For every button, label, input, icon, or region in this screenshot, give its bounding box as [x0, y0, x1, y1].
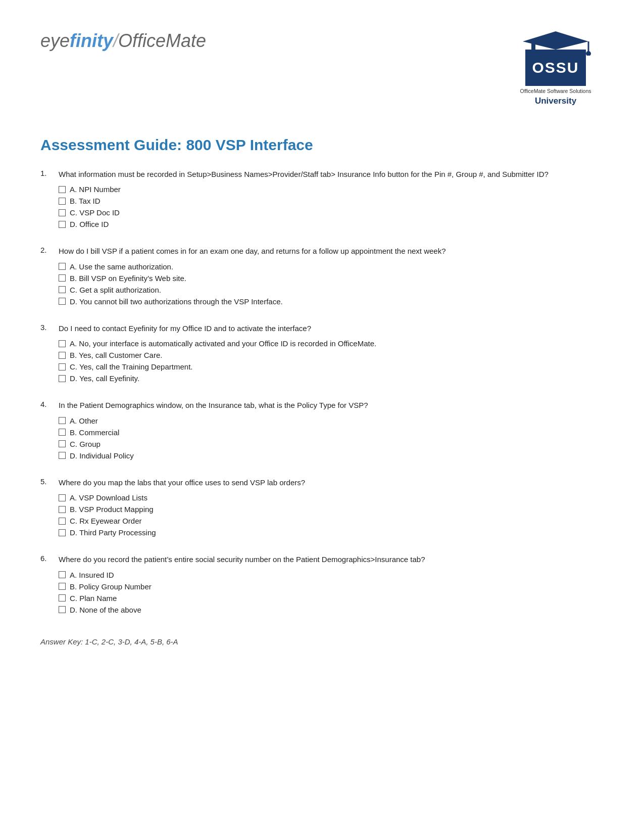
checkbox-icon[interactable]: [59, 452, 66, 459]
question-item: 3.Do I need to contact Eyefinity for my …: [40, 323, 604, 386]
checkbox-icon[interactable]: [59, 594, 66, 601]
checkbox-icon[interactable]: [59, 494, 66, 501]
ossu-letters: OSSU: [532, 59, 579, 76]
question-text: How do I bill VSP if a patient comes in …: [59, 246, 604, 257]
option-label: A. VSP Download Lists: [70, 493, 147, 502]
checkbox-icon[interactable]: [59, 606, 66, 613]
question-number: 6.: [40, 554, 55, 617]
checkbox-icon[interactable]: [59, 363, 66, 370]
question-text: Where do you map the labs that your offi…: [59, 477, 604, 489]
ossu-logo: OSSU OfficeMate Software Solutions Unive…: [508, 30, 604, 106]
option-label: B. VSP Product Mapping: [70, 505, 154, 514]
question-text: What information must be recorded in Set…: [59, 169, 604, 180]
answer-option: A. Insured ID: [59, 571, 604, 579]
answer-option: D. Individual Policy: [59, 451, 604, 460]
answer-option: C. Rx Eyewear Order: [59, 517, 604, 525]
checkbox-icon[interactable]: [59, 518, 66, 525]
answer-option: B. VSP Product Mapping: [59, 505, 604, 514]
checkbox-icon[interactable]: [59, 417, 66, 424]
checkbox-icon[interactable]: [59, 186, 66, 193]
question-content: Do I need to contact Eyefinity for my Of…: [59, 323, 604, 386]
ossu-box: OSSU: [525, 50, 586, 86]
answer-options: A. No, your interface is automatically a…: [59, 339, 604, 383]
answer-option: A. Use the same authorization.: [59, 262, 604, 271]
checkbox-icon[interactable]: [59, 221, 66, 228]
question-item: 1.What information must be recorded in S…: [40, 169, 604, 232]
option-label: A. No, your interface is automatically a…: [70, 339, 376, 348]
option-label: C. Group: [70, 440, 101, 448]
header: eyefinity/OfficeMate OSSU: [40, 30, 604, 106]
answer-option: C. Plan Name: [59, 594, 604, 603]
option-label: B. Tax ID: [70, 197, 101, 205]
answer-option: D. You cannot bill two authorizations th…: [59, 297, 604, 306]
option-label: B. Commercial: [70, 428, 119, 437]
question-item: 4.In the Patient Demographics window, on…: [40, 400, 604, 463]
option-label: C. VSP Doc ID: [70, 208, 120, 217]
option-label: C. Plan Name: [70, 594, 117, 603]
option-label: C. Yes, call the Training Department.: [70, 362, 192, 371]
answer-option: D. Office ID: [59, 220, 604, 228]
question-number: 1.: [40, 169, 55, 232]
answer-option: C. Get a split authorization.: [59, 286, 604, 294]
checkbox-icon[interactable]: [59, 429, 66, 436]
answer-option: B. Commercial: [59, 428, 604, 437]
question-content: What information must be recorded in Set…: [59, 169, 604, 232]
option-label: B. Bill VSP on Eyefinity’s Web site.: [70, 274, 186, 283]
answer-options: A. NPI NumberB. Tax IDC. VSP Doc IDD. Of…: [59, 185, 604, 228]
option-label: A. Insured ID: [70, 571, 114, 579]
ossu-subtitle: OfficeMate Software Solutions: [520, 87, 591, 96]
checkbox-icon[interactable]: [59, 286, 66, 293]
question-text: Do I need to contact Eyefinity for my Of…: [59, 323, 604, 335]
checkbox-icon[interactable]: [59, 529, 66, 536]
answer-option: C. Group: [59, 440, 604, 448]
svg-point-3: [586, 51, 591, 56]
option-label: A. NPI Number: [70, 185, 121, 194]
option-label: C. Rx Eyewear Order: [70, 517, 142, 525]
checkbox-icon[interactable]: [59, 583, 66, 590]
question-content: Where do you map the labs that your offi…: [59, 477, 604, 540]
page-title: Assessment Guide: 800 VSP Interface: [40, 136, 604, 154]
answer-option: B. Tax ID: [59, 197, 604, 205]
question-text: Where do you record the patient’s entire…: [59, 554, 604, 566]
question-number: 5.: [40, 477, 55, 540]
option-label: A. Other: [70, 416, 98, 425]
question-number: 4.: [40, 400, 55, 463]
checkbox-icon[interactable]: [59, 440, 66, 447]
checkbox-icon[interactable]: [59, 352, 66, 359]
checkbox-icon[interactable]: [59, 274, 66, 282]
answer-option: A. VSP Download Lists: [59, 493, 604, 502]
answer-option: C. Yes, call the Training Department.: [59, 362, 604, 371]
question-number: 3.: [40, 323, 55, 386]
question-list: 1.What information must be recorded in S…: [40, 169, 604, 617]
answer-options: A. Insured IDB. Policy Group NumberC. Pl…: [59, 571, 604, 614]
answer-option: D. Yes, call Eyefinity.: [59, 374, 604, 383]
question-item: 5.Where do you map the labs that your of…: [40, 477, 604, 540]
checkbox-icon[interactable]: [59, 506, 66, 513]
question-item: 2.How do I bill VSP if a patient comes i…: [40, 246, 604, 309]
checkbox-icon[interactable]: [59, 263, 66, 270]
question-content: Where do you record the patient’s entire…: [59, 554, 604, 617]
option-label: A. Use the same authorization.: [70, 262, 173, 271]
question-content: How do I bill VSP if a patient comes in …: [59, 246, 604, 309]
answer-option: D. Third Party Processing: [59, 528, 604, 537]
checkbox-icon[interactable]: [59, 340, 66, 347]
option-label: D. None of the above: [70, 606, 141, 614]
checkbox-icon[interactable]: [59, 198, 66, 205]
option-label: D. You cannot bill two authorizations th…: [70, 297, 283, 306]
eyefinity-logo: eyefinity/OfficeMate: [40, 30, 206, 52]
option-label: B. Policy Group Number: [70, 582, 152, 591]
answer-option: C. VSP Doc ID: [59, 208, 604, 217]
option-label: C. Get a split authorization.: [70, 286, 161, 294]
question-number: 2.: [40, 246, 55, 309]
checkbox-icon[interactable]: [59, 298, 66, 305]
answer-option: D. None of the above: [59, 606, 604, 614]
option-label: D. Office ID: [70, 220, 109, 228]
option-label: B. Yes, call Customer Care.: [70, 351, 162, 359]
option-label: D. Yes, call Eyefinity.: [70, 374, 139, 383]
answer-option: B. Yes, call Customer Care.: [59, 351, 604, 359]
question-text: In the Patient Demographics window, on t…: [59, 400, 604, 411]
checkbox-icon[interactable]: [59, 209, 66, 216]
checkbox-icon[interactable]: [59, 571, 66, 578]
page: eyefinity/OfficeMate OSSU: [0, 0, 644, 834]
checkbox-icon[interactable]: [59, 375, 66, 382]
